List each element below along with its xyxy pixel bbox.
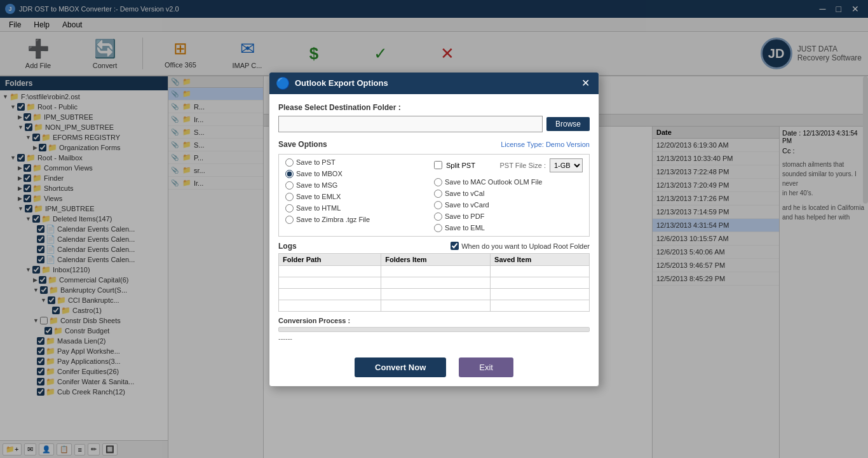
save-options-title: Save Options bbox=[278, 140, 327, 149]
modal-footer: Convert Now Exit bbox=[269, 351, 599, 386]
conversion-label: Conversion Process : bbox=[278, 317, 590, 324]
save-mac-olm-radio[interactable] bbox=[434, 178, 442, 186]
save-html-radio[interactable] bbox=[285, 204, 294, 212]
modal-icon: 🔵 bbox=[276, 76, 290, 90]
save-emlx-label[interactable]: Save to EMLX bbox=[296, 193, 341, 200]
save-mac-olm-option: Save to MAC Outlook OLM File bbox=[434, 178, 583, 186]
save-html-option: Save to HTML bbox=[285, 204, 434, 212]
upload-checkbox-row: When do you want to Upload Root Folder bbox=[451, 242, 590, 250]
modal-overlay: 🔵 Outlook Export Options ✕ Please Select… bbox=[0, 0, 868, 458]
split-pst-row: Split PST PST File Size : 1-GB 2-GB 4-GB bbox=[434, 158, 583, 172]
save-vcal-radio[interactable] bbox=[434, 190, 442, 198]
save-pst-label[interactable]: Save to PST bbox=[296, 158, 336, 166]
save-msg-radio[interactable] bbox=[285, 181, 294, 190]
conversion-section: Conversion Process : ------ bbox=[278, 317, 590, 342]
save-vcal-label[interactable]: Save to vCal bbox=[445, 190, 484, 197]
save-eml-option: Save to EML bbox=[434, 224, 583, 232]
save-options-left: Save to PST Save to MBOX Save to MSG Sav… bbox=[285, 158, 434, 232]
modal-title: Outlook Export Options bbox=[295, 78, 388, 88]
save-pst-radio[interactable] bbox=[285, 158, 294, 167]
progress-bar bbox=[278, 327, 590, 332]
modal-body: Please Select Destination Folder : Brows… bbox=[269, 94, 599, 351]
split-pst-checkbox[interactable] bbox=[434, 161, 442, 169]
table-row bbox=[279, 288, 590, 300]
save-eml-radio[interactable] bbox=[434, 224, 442, 232]
browse-button[interactable]: Browse bbox=[546, 117, 590, 131]
save-vcard-label[interactable]: Save to vCard bbox=[445, 201, 489, 209]
destination-folder-section: Please Select Destination Folder : Brows… bbox=[278, 103, 590, 132]
save-zimbra-radio[interactable] bbox=[285, 216, 294, 224]
table-row bbox=[279, 265, 590, 277]
save-mbox-label[interactable]: Save to MBOX bbox=[296, 170, 342, 177]
conversion-text: ------ bbox=[278, 335, 590, 342]
save-mbox-radio[interactable] bbox=[285, 170, 294, 178]
exit-button[interactable]: Exit bbox=[459, 357, 513, 377]
save-pst-option: Save to PST bbox=[285, 158, 434, 167]
save-mbox-option: Save to MBOX bbox=[285, 170, 434, 178]
export-options-modal: 🔵 Outlook Export Options ✕ Please Select… bbox=[269, 72, 599, 387]
upload-checkbox-label[interactable]: When do you want to Upload Root Folder bbox=[461, 242, 590, 250]
logs-table: Folder Path Folders Item Saved Item bbox=[278, 253, 590, 312]
destination-input-row: Browse bbox=[278, 116, 590, 132]
modal-close-button[interactable]: ✕ bbox=[579, 77, 592, 89]
save-msg-option: Save to MSG bbox=[285, 181, 434, 190]
pst-size-select[interactable]: 1-GB 2-GB 4-GB bbox=[550, 158, 583, 172]
save-html-label[interactable]: Save to HTML bbox=[296, 204, 341, 212]
col-folder-path: Folder Path bbox=[279, 253, 381, 265]
save-pdf-radio[interactable] bbox=[434, 212, 442, 221]
col-saved-item: Saved Item bbox=[491, 253, 590, 265]
modal-header-left: 🔵 Outlook Export Options bbox=[276, 76, 388, 90]
logs-title: Logs bbox=[278, 242, 297, 251]
modal-header: 🔵 Outlook Export Options ✕ bbox=[269, 73, 599, 94]
logs-header: Logs When do you want to Upload Root Fol… bbox=[278, 242, 590, 251]
save-zimbra-option: Save to Zimbra .tgz File bbox=[285, 216, 434, 224]
save-emlx-option: Save to EMLX bbox=[285, 193, 434, 201]
save-options-right: Split PST PST File Size : 1-GB 2-GB 4-GB… bbox=[434, 158, 583, 232]
save-vcard-radio[interactable] bbox=[434, 201, 442, 209]
save-mac-olm-label[interactable]: Save to MAC Outlook OLM File bbox=[445, 178, 542, 186]
save-vcard-option: Save to vCard bbox=[434, 201, 583, 209]
license-text[interactable]: License Type: Demo Version bbox=[501, 141, 590, 148]
destination-input[interactable] bbox=[278, 116, 543, 132]
table-row bbox=[279, 300, 590, 311]
save-options-header: Save Options License Type: Demo Version bbox=[278, 140, 590, 149]
pst-size-label: PST File Size : bbox=[499, 162, 546, 169]
table-row bbox=[279, 277, 590, 288]
save-pdf-option: Save to PDF bbox=[434, 212, 583, 221]
save-vcal-option: Save to vCal bbox=[434, 190, 583, 198]
destination-label: Please Select Destination Folder : bbox=[278, 103, 590, 112]
save-zimbra-label[interactable]: Save to Zimbra .tgz File bbox=[296, 216, 370, 223]
save-msg-label[interactable]: Save to MSG bbox=[296, 181, 337, 189]
save-eml-label[interactable]: Save to EML bbox=[445, 224, 485, 232]
col-folders-item: Folders Item bbox=[381, 253, 491, 265]
convert-now-button[interactable]: Convert Now bbox=[355, 357, 446, 377]
save-emlx-radio[interactable] bbox=[285, 193, 294, 201]
logs-section: Logs When do you want to Upload Root Fol… bbox=[278, 242, 590, 312]
upload-root-checkbox[interactable] bbox=[451, 242, 459, 250]
save-options-grid: Save to PST Save to MBOX Save to MSG Sav… bbox=[278, 154, 590, 237]
split-pst-label[interactable]: Split PST bbox=[446, 162, 475, 169]
save-pdf-label[interactable]: Save to PDF bbox=[445, 212, 484, 220]
